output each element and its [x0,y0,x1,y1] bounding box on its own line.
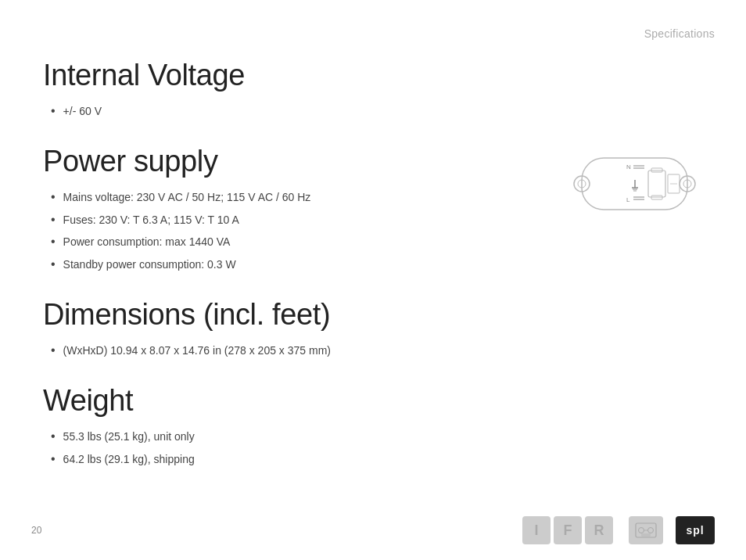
section-title-internal-voltage: Internal Voltage [43,59,703,92]
main-content: Internal Voltage +/- 60 V Power supply M… [43,59,703,492]
footer-logos: I F R spl [522,516,715,544]
list-item: 55.3 lbs (25.1 kg), unit only [51,425,703,448]
list-item: 64.2 lbs (29.1 kg), shipping [51,448,703,471]
dimensions-list: (WxHxD) 10.94 x 8.07 x 14.76 in (278 x 2… [51,339,703,362]
section-weight: Weight 55.3 lbs (25.1 kg), unit only 64.… [43,384,703,471]
svg-text:L: L [626,196,630,203]
page-header-specifications: Specifications [644,27,715,40]
svg-point-21 [639,528,644,533]
section-dimensions: Dimensions (incl. feet) (WxHxD) 10.94 x … [43,298,703,362]
list-item: (WxHxD) 10.94 x 8.07 x 14.76 in (278 x 2… [51,339,703,362]
ifr-logo-group: I F R [522,516,613,544]
cassette-logo [629,516,663,544]
svg-rect-24 [641,533,651,537]
svg-point-22 [648,528,654,533]
svg-text:N: N [626,163,631,171]
section-title-weight: Weight [43,384,703,418]
logo-f: F [554,516,582,544]
logo-r: R [585,516,613,544]
connector-diagram: N L [566,149,703,219]
weight-list: 55.3 lbs (25.1 kg), unit only 64.2 lbs (… [51,425,703,471]
spl-logo: spl [676,516,715,544]
list-item: Power consumption: max 1440 VA [51,231,703,253]
svg-rect-15 [648,171,665,197]
section-title-dimensions: Dimensions (incl. feet) [43,298,703,332]
internal-voltage-list: +/- 60 V [51,100,703,123]
logo-i: I [522,516,551,544]
page-footer: 20 I F R spl [0,516,746,544]
section-internal-voltage: Internal Voltage +/- 60 V [43,59,703,123]
list-item: Standby power consumption: 0.3 W [51,253,703,276]
page-number: 20 [31,525,41,536]
list-item: +/- 60 V [51,100,703,123]
